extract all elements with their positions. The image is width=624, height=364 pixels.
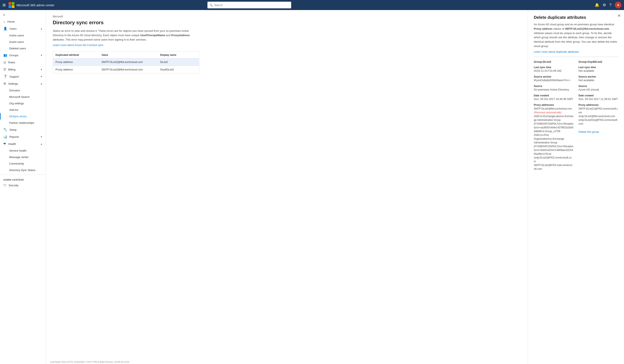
field-source-anchor-1: Source anchor IKysnDs8q0y50i9ANwxA7A== xyxy=(534,75,573,82)
sidebar-item-label: Support xyxy=(9,75,19,78)
sidebar-item-connectivity[interactable]: Connectivity xyxy=(0,160,46,167)
chevron-down-icon: ▼ xyxy=(40,75,43,78)
sidebar-item-users[interactable]: 👤 Users ▲ xyxy=(0,25,46,32)
sidebar-item-label: Partner relationships xyxy=(9,121,34,124)
delete-group-link[interactable]: Delete this group xyxy=(579,130,599,133)
sidebar-item-directory-sync-status[interactable]: Directory Sync Status xyxy=(0,167,46,173)
chevron-down-icon: ▼ xyxy=(40,54,43,56)
cell-attribute: Proxy address xyxy=(55,60,102,64)
field-value: Not available xyxy=(579,69,618,72)
sidebar-item-partner-relationships[interactable]: Partner relationships xyxy=(0,120,46,126)
sidebar-item-billing[interactable]: ☰ Billing ▼ xyxy=(0,66,46,73)
proxy-addr-1-5: SMTP:DList2@FKD.mail.onmicrosoft.com xyxy=(534,163,573,171)
sidebar-item-support[interactable]: ❓ Support ▼ xyxy=(0,73,46,80)
sidebar-item-label: Reports xyxy=(9,135,19,138)
sidebar-item-label: Users xyxy=(9,27,17,30)
sidebar-item-setup[interactable]: 🔧 Setup xyxy=(0,126,46,133)
sidebar-item-groups[interactable]: 👥 Groups ▼ xyxy=(0,52,46,59)
panel-group2: Group:Grp4DList2 Last sync time Not avai… xyxy=(579,60,618,174)
panel-close-button[interactable]: ✕ xyxy=(618,13,621,18)
panel-group1: Group:DList2 Last sync time 2019-11-01T1… xyxy=(534,60,573,174)
svg-rect-0 xyxy=(9,2,11,5)
sidebar-item-settings[interactable]: ⚙ Settings ▲ xyxy=(0,80,46,87)
build-info: Last Build Time (UTC): 6/18/2020 7:18:37… xyxy=(50,361,129,363)
billing-icon: ☰ xyxy=(3,68,6,71)
search-input[interactable] xyxy=(214,3,268,7)
cell-value: SMTP:DList2@fkd.exchcloud.com xyxy=(102,60,160,64)
field-value: IKysnDs8q0y50i9ANwxA7A== xyxy=(534,79,573,82)
cell-attribute: Proxy address xyxy=(55,68,102,71)
sidebar: ≡ ⌂ Home 👤 Users ▲ Active users Guest us… xyxy=(0,10,46,364)
field-value: Sun, 29 Oct 2017 11:28:51 GMT xyxy=(579,97,618,101)
topnav-icons: 🔔 ⚙ ? A xyxy=(595,2,622,8)
field-value: Not available xyxy=(579,79,618,82)
sidebar-item-label: Health xyxy=(8,142,16,145)
learn-azure-link[interactable]: Learn more about Azure AD Connect sync xyxy=(53,44,104,47)
panel-title: Delete duplicate attributes xyxy=(534,15,618,20)
avatar[interactable]: A xyxy=(615,2,622,8)
sidebar-item-health[interactable]: ❤ Health ▲ xyxy=(0,140,46,147)
page-title: Directory sync errors xyxy=(53,20,521,25)
sidebar-item-roles[interactable]: ◎ Roles xyxy=(0,59,46,66)
sidebar-item-security[interactable]: 🛡 Security xyxy=(0,182,46,189)
panel-divider xyxy=(534,57,618,57)
chevron-down-icon: ▼ xyxy=(40,68,43,71)
search-icon: 🔍 xyxy=(209,3,213,7)
hamburger-icon: ≡ xyxy=(3,13,5,17)
ui-diagnostic-button[interactable]: UI Diagnostic xyxy=(270,2,289,7)
sidebar-item-add-ins[interactable]: Add-ins xyxy=(0,107,46,113)
desc-bold-1: UserPrincipalName xyxy=(140,34,165,37)
logo-icon xyxy=(8,2,15,8)
sidebar-item-deleted-users[interactable]: Deleted users xyxy=(0,45,46,52)
settings-icon[interactable]: ⚙ xyxy=(603,3,606,7)
desc-text-2: and xyxy=(165,34,171,37)
top-navigation: ⊞ Microsoft 365 admin center 🔍 UI Diagno… xyxy=(0,0,624,10)
field-value: Azure AD (cloud) xyxy=(579,88,618,91)
sidebar-item-label: Microsoft Search xyxy=(9,95,30,98)
admin-centers-label: Admin centers xyxy=(0,176,46,182)
panel-desc-1: An Azure AD cloud group and an on-premis… xyxy=(534,23,614,26)
proxy-addr-2-2: smtp:DList2Grp@FKD.onmicrosoft.com xyxy=(579,118,618,126)
sidebar-item-microsoft-search[interactable]: Microsoft Search xyxy=(0,94,46,100)
table-header: Duplicated attribute Value Display name xyxy=(53,52,199,58)
field-proxy-addresses-2: Proxy addresses SMTP:DList21@FKD.onmicro… xyxy=(579,104,618,126)
sidebar-item-reports[interactable]: 📊 Reports ▼ xyxy=(0,133,46,140)
sidebar-item-label: Add-ins xyxy=(9,108,18,112)
field-last-sync-2: Last sync time Not available xyxy=(579,66,618,72)
panel-learn-link[interactable]: Learn more about duplicate attributes xyxy=(534,50,579,53)
help-icon[interactable]: ? xyxy=(609,3,611,7)
field-value: On-premises Active Directory xyxy=(534,88,573,91)
table-row[interactable]: Proxy address SMTP:DList2@fkd.exchcloud.… xyxy=(53,66,199,73)
proxy-addr-1-2: x500:/o=ExchangeLabs/ou=Exchange Adminis… xyxy=(534,114,573,133)
waffle-icon[interactable]: ⊞ xyxy=(2,3,6,7)
sidebar-item-service-health[interactable]: Service health xyxy=(0,147,46,154)
field-source-1: Source On-premises Active Directory xyxy=(534,85,573,91)
sidebar-item-domains[interactable]: Domains xyxy=(0,87,46,94)
sidebar-item-active-users[interactable]: Active users xyxy=(0,32,46,39)
sidebar-item-label: Home xyxy=(7,20,15,23)
sidebar-item-label: Directory Sync Status xyxy=(9,168,35,172)
sidebar-item-message-center[interactable]: Message center xyxy=(0,154,46,160)
sidebar-item-label: Guest users xyxy=(9,40,24,44)
table-row[interactable]: Proxy address SMTP:DList2@fkd.exchcloud.… xyxy=(53,58,199,66)
notifications-icon[interactable]: 🔔 xyxy=(595,3,599,7)
svg-rect-2 xyxy=(9,5,11,8)
sidebar-item-dirsync-errors[interactable]: DirSync errors xyxy=(0,113,46,120)
search-bar[interactable]: 🔍 UI Diagnostic xyxy=(208,2,291,8)
proxy-addr-1-1: (Removed automatically) xyxy=(534,111,573,114)
sidebar-item-label: Deleted users xyxy=(9,47,26,50)
page-layout: ≡ ⌂ Home 👤 Users ▲ Active users Guest us… xyxy=(0,10,624,364)
sidebar-item-home[interactable]: ⌂ Home xyxy=(0,18,46,25)
app-title: Microsoft 365 admin center xyxy=(17,3,54,7)
field-label: Last sync time xyxy=(534,66,573,69)
field-value: 2019-11-01T15:45:16Z xyxy=(534,69,573,72)
sidebar-item-guest-users[interactable]: Guest users xyxy=(0,39,46,45)
col-header-value: Value xyxy=(102,53,160,56)
sidebar-item-org-settings[interactable]: Org settings xyxy=(0,100,46,107)
support-icon: ❓ xyxy=(3,75,7,78)
desc-text-3: attributes. This error may prevent some … xyxy=(53,38,147,41)
sidebar-hamburger[interactable]: ≡ xyxy=(0,12,46,18)
field-label: Proxy addresses xyxy=(579,104,618,106)
security-icon: 🛡 xyxy=(3,183,6,187)
sidebar-item-label: Security xyxy=(9,184,18,187)
